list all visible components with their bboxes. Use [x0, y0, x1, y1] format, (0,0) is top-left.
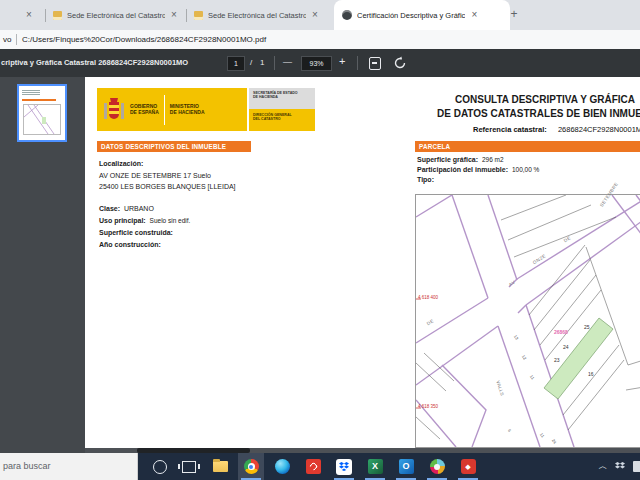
chevron-up-icon: ︿	[599, 460, 608, 473]
acrobat-button[interactable]	[300, 453, 326, 480]
chrome-button[interactable]	[238, 453, 264, 480]
coat-of-arms-icon	[103, 95, 125, 125]
superficie-construida-field: Superficie construida:	[99, 229, 173, 236]
doc-title-line1: CONSULTA DESCRIPTIVA Y GRÁFICA	[455, 94, 635, 105]
parcel-number-label: 25	[584, 324, 590, 330]
tipo-field: Tipo:	[417, 176, 434, 183]
utm-coordinate-label: 4 618 400	[418, 295, 438, 300]
tab-close-icon[interactable]: ×	[312, 10, 318, 20]
red-app-icon: ◆	[461, 459, 476, 474]
cadastral-map: 4 618 400 4 618 350 26868 25 24 23 16 13…	[415, 194, 640, 448]
uso-field: Uso principal: Suelo sin edif.	[99, 217, 190, 224]
cadastral-map-drawing	[416, 195, 640, 447]
dropbox-tray-icon	[615, 462, 625, 471]
pdf-document-title: criptiva y Gráfica Catastral 2686824CF29…	[1, 58, 188, 67]
referencia-label: Referencia catastral:	[473, 125, 547, 134]
thumbnail-orange-bar	[22, 99, 56, 101]
dropbox-icon	[336, 459, 352, 475]
windows-taskbar: para buscar	[0, 453, 640, 480]
direccion-line2: 25400 LES BORGES BLANQUES [LLEIDA]	[99, 183, 236, 190]
file-explorer-button[interactable]	[207, 453, 233, 480]
ministerio-label: MINISTERIO DE HACIENDA	[170, 104, 205, 115]
thumbnail-sidebar	[0, 77, 85, 453]
pdf-favicon-icon	[342, 10, 352, 20]
inmueble-section-header: DATOS DESCRIPTIVOS DEL INMUEBLE	[97, 141, 251, 152]
app-circle-icon	[430, 459, 445, 474]
clase-field: Clase: URBANO	[99, 205, 154, 212]
cortana-icon	[153, 460, 167, 474]
direccion-catastro-label: DIRECCIÓN GENERAL DEL CATASTRO	[249, 109, 315, 131]
logo-divider	[164, 95, 165, 125]
tab-title: Certificación Descriptiva y Gráfic	[357, 11, 465, 20]
tab-separator	[45, 9, 46, 22]
taskbar-search-input[interactable]: para buscar	[0, 453, 138, 480]
excel-icon: X	[368, 459, 383, 474]
dropbox-button[interactable]	[331, 453, 357, 480]
participacion-field: Participación del inmueble: 100,00 %	[417, 166, 539, 173]
screen: × Sede Electrónica del Catastro - F × Se…	[0, 0, 640, 480]
outlook-icon: O	[399, 459, 414, 474]
tab-certificacion-active[interactable]: Certificación Descriptiva y Gráfic ×	[334, 0, 510, 30]
tab-separator	[186, 9, 187, 22]
pdf-page: GOBIERNO DE ESPAÑA MINISTERIO DE HACIEND…	[85, 77, 640, 448]
pdf-toolbar: criptiva y Gráfica Catastral 2686824CF29…	[0, 49, 640, 77]
task-view-button[interactable]	[176, 453, 202, 480]
address-bar[interactable]: vo C:/Users/Finques%20Cor/Downloads/2686…	[0, 30, 640, 50]
tab-close-icon[interactable]: ×	[26, 10, 32, 20]
page-thumbnail[interactable]	[17, 84, 67, 142]
tab-cropped[interactable]: ×	[0, 0, 44, 30]
page-divider: /	[250, 58, 252, 67]
pdf-viewer: GOBIERNO DE ESPAÑA MINISTERIO DE HACIEND…	[0, 77, 640, 453]
edge-button[interactable]	[269, 453, 295, 480]
excel-button[interactable]: X	[362, 453, 388, 480]
tab-title: Sede Electrónica del Catastro - F	[67, 11, 165, 20]
tray-dropbox-button[interactable]	[612, 453, 628, 480]
chrome-icon	[244, 459, 259, 474]
tab-close-icon[interactable]: ×	[171, 10, 177, 20]
rotate-icon[interactable]	[393, 56, 407, 70]
gobierno-espana-logo: GOBIERNO DE ESPAÑA MINISTERIO DE HACIEND…	[97, 88, 315, 131]
tray-expand-button[interactable]: ︿	[594, 453, 612, 480]
page-number-input[interactable]: 1	[227, 56, 245, 71]
thumbnail-text-lines	[22, 90, 40, 96]
parcel-number-label: 23	[554, 357, 560, 363]
zoom-level-input[interactable]: 93%	[301, 56, 332, 71]
gobierno-label: GOBIERNO DE ESPAÑA	[130, 104, 159, 115]
toolbar-divider	[274, 56, 275, 70]
zoom-out-button[interactable]: —	[283, 57, 292, 67]
parcel-number-label: 16	[588, 371, 594, 377]
file-explorer-icon	[213, 461, 228, 472]
keyboard-icon	[633, 461, 640, 472]
cortana-button[interactable]	[147, 453, 173, 480]
tray-keyboard-button[interactable]	[633, 453, 640, 480]
tab-sede-catastro-2[interactable]: Sede Electrónica del Catastro - C ×	[188, 0, 332, 30]
tab-title: Sede Electrónica del Catastro - C	[208, 11, 306, 20]
edge-icon	[275, 459, 290, 474]
red-app-button[interactable]: ◆	[455, 453, 481, 480]
app-circle-button[interactable]	[424, 453, 450, 480]
browser-tab-bar: × Sede Electrónica del Catastro - F × Se…	[0, 0, 640, 30]
tab-close-icon[interactable]: ×	[471, 10, 477, 20]
tab-sede-catastro-1[interactable]: Sede Electrónica del Catastro - F ×	[47, 0, 191, 30]
new-tab-button[interactable]: +	[506, 7, 522, 23]
parcela-section-header: PARCELA	[415, 141, 640, 152]
referencia-catastral: Referencia catastral: 2686824CF2928N0001…	[473, 125, 640, 134]
block-number-label: 26868	[554, 329, 568, 335]
toolbar-divider	[357, 56, 358, 70]
secretaria-label: SECRETARÍA DE ESTADO DE HACIENDA	[249, 88, 315, 109]
search-placeholder: para buscar	[3, 461, 51, 471]
superficie-grafica-field: Superficie gráfica: 296 m2	[417, 156, 504, 163]
catastro-favicon-icon	[53, 11, 62, 20]
address-url[interactable]: C:/Users/Finques%20Cor/Downloads/2686824…	[22, 35, 266, 44]
zoom-in-button[interactable]: +	[339, 55, 345, 67]
anio-construccion-field: Año construcción:	[99, 241, 161, 248]
address-divider	[16, 34, 17, 45]
localizacion-label: Localización:	[99, 160, 143, 167]
fit-page-icon[interactable]	[369, 57, 381, 70]
outlook-button[interactable]: O	[393, 453, 419, 480]
acrobat-icon	[306, 459, 321, 474]
file-chip-label: vo	[3, 35, 11, 44]
catastro-favicon-icon	[194, 11, 203, 20]
direccion-line1: AV ONZE DE SETEMBRE 17 Suelo	[99, 172, 211, 179]
task-view-icon	[182, 461, 196, 473]
